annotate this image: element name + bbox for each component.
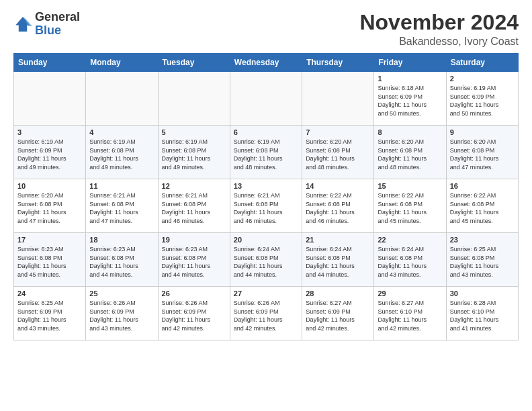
day-info: Sunrise: 6:24 AM Sunset: 6:08 PM Dayligh…: [378, 245, 442, 279]
calendar-cell: 6Sunrise: 6:19 AM Sunset: 6:08 PM Daylig…: [230, 126, 302, 179]
title-block: November 2024 Bakandesso, Ivory Coast: [359, 11, 519, 48]
day-number: 24: [17, 289, 82, 298]
calendar-table: SundayMondayTuesdayWednesdayThursdayFrid…: [13, 53, 519, 340]
calendar-cell: 13Sunrise: 6:21 AM Sunset: 6:08 PM Dayli…: [230, 179, 302, 233]
calendar-cell: 14Sunrise: 6:22 AM Sunset: 6:08 PM Dayli…: [302, 179, 374, 233]
day-info: Sunrise: 6:20 AM Sunset: 6:08 PM Dayligh…: [306, 138, 370, 171]
calendar-cell: 24Sunrise: 6:25 AM Sunset: 6:09 PM Dayli…: [14, 287, 86, 340]
calendar-cell: 27Sunrise: 6:26 AM Sunset: 6:09 PM Dayli…: [230, 287, 302, 340]
header: General Blue November 2024 Bakandesso, I…: [13, 11, 519, 48]
logo-text: General Blue: [35, 11, 80, 38]
day-number: 13: [234, 182, 298, 190]
day-number: 3: [17, 128, 82, 136]
day-number: 18: [89, 236, 154, 244]
day-number: 9: [450, 128, 515, 136]
day-info: Sunrise: 6:25 AM Sunset: 6:09 PM Dayligh…: [17, 299, 82, 332]
day-info: Sunrise: 6:21 AM Sunset: 6:08 PM Dayligh…: [234, 191, 298, 225]
day-number: 27: [234, 289, 298, 298]
day-number: 4: [89, 128, 154, 136]
day-info: Sunrise: 6:20 AM Sunset: 6:08 PM Dayligh…: [378, 138, 442, 171]
day-info: Sunrise: 6:27 AM Sunset: 6:10 PM Dayligh…: [378, 299, 442, 332]
calendar-cell: 15Sunrise: 6:22 AM Sunset: 6:08 PM Dayli…: [374, 179, 446, 233]
calendar-cell: 7Sunrise: 6:20 AM Sunset: 6:08 PM Daylig…: [302, 126, 374, 179]
calendar-cell: 29Sunrise: 6:27 AM Sunset: 6:10 PM Dayli…: [374, 287, 446, 340]
calendar-cell: 21Sunrise: 6:24 AM Sunset: 6:08 PM Dayli…: [302, 233, 374, 287]
day-number: 16: [450, 182, 515, 190]
calendar-cell: 26Sunrise: 6:26 AM Sunset: 6:09 PM Dayli…: [158, 287, 230, 340]
day-info: Sunrise: 6:18 AM Sunset: 6:09 PM Dayligh…: [378, 84, 442, 118]
day-info: Sunrise: 6:21 AM Sunset: 6:08 PM Dayligh…: [162, 191, 226, 225]
day-number: 5: [162, 128, 226, 136]
day-number: 29: [378, 289, 442, 298]
day-info: Sunrise: 6:19 AM Sunset: 6:09 PM Dayligh…: [17, 138, 82, 171]
day-info: Sunrise: 6:23 AM Sunset: 6:08 PM Dayligh…: [162, 245, 226, 279]
calendar-header-row: SundayMondayTuesdayWednesdayThursdayFrid…: [14, 54, 519, 72]
day-number: 23: [450, 236, 515, 244]
calendar-week-row: 10Sunrise: 6:20 AM Sunset: 6:08 PM Dayli…: [14, 179, 519, 233]
day-info: Sunrise: 6:24 AM Sunset: 6:08 PM Dayligh…: [234, 245, 298, 279]
day-number: 25: [89, 289, 154, 298]
calendar-week-row: 17Sunrise: 6:23 AM Sunset: 6:08 PM Dayli…: [14, 233, 519, 287]
calendar-cell: [230, 72, 302, 126]
month-title: November 2024: [359, 11, 519, 34]
day-info: Sunrise: 6:24 AM Sunset: 6:08 PM Dayligh…: [306, 245, 370, 279]
calendar-cell: 28Sunrise: 6:27 AM Sunset: 6:09 PM Dayli…: [302, 287, 374, 340]
calendar-header-tuesday: Tuesday: [158, 54, 230, 72]
day-number: 2: [450, 75, 515, 83]
calendar-cell: 19Sunrise: 6:23 AM Sunset: 6:08 PM Dayli…: [158, 233, 230, 287]
day-info: Sunrise: 6:23 AM Sunset: 6:08 PM Dayligh…: [89, 245, 154, 279]
day-number: 30: [450, 289, 515, 298]
day-number: 22: [378, 236, 442, 244]
day-info: Sunrise: 6:22 AM Sunset: 6:08 PM Dayligh…: [450, 191, 515, 225]
logo-blue: Blue: [35, 24, 61, 37]
location: Bakandesso, Ivory Coast: [359, 36, 519, 48]
day-info: Sunrise: 6:21 AM Sunset: 6:08 PM Dayligh…: [89, 191, 154, 225]
day-info: Sunrise: 6:28 AM Sunset: 6:10 PM Dayligh…: [450, 299, 515, 332]
day-info: Sunrise: 6:26 AM Sunset: 6:09 PM Dayligh…: [89, 299, 154, 332]
calendar-header-sunday: Sunday: [14, 54, 86, 72]
calendar-cell: 5Sunrise: 6:19 AM Sunset: 6:08 PM Daylig…: [158, 126, 230, 179]
day-info: Sunrise: 6:19 AM Sunset: 6:09 PM Dayligh…: [450, 84, 515, 118]
day-number: 11: [89, 182, 154, 190]
calendar-cell: 8Sunrise: 6:20 AM Sunset: 6:08 PM Daylig…: [374, 126, 446, 179]
day-info: Sunrise: 6:19 AM Sunset: 6:08 PM Dayligh…: [162, 138, 226, 171]
day-number: 21: [306, 236, 370, 244]
day-number: 8: [378, 128, 442, 136]
calendar-cell: [302, 72, 374, 126]
day-number: 19: [162, 236, 226, 244]
calendar-cell: 22Sunrise: 6:24 AM Sunset: 6:08 PM Dayli…: [374, 233, 446, 287]
day-info: Sunrise: 6:26 AM Sunset: 6:09 PM Dayligh…: [234, 299, 298, 332]
calendar-header-monday: Monday: [86, 54, 158, 72]
day-info: Sunrise: 6:20 AM Sunset: 6:08 PM Dayligh…: [17, 191, 82, 225]
day-number: 20: [234, 236, 298, 244]
logo-general: General: [35, 10, 80, 24]
day-number: 7: [306, 128, 370, 136]
logo-icon: [13, 15, 32, 34]
logo: General Blue: [13, 11, 80, 38]
calendar-header-friday: Friday: [374, 54, 446, 72]
calendar-cell: [86, 72, 158, 126]
day-number: 17: [17, 236, 82, 244]
calendar-cell: 10Sunrise: 6:20 AM Sunset: 6:08 PM Dayli…: [14, 179, 86, 233]
day-info: Sunrise: 6:19 AM Sunset: 6:08 PM Dayligh…: [234, 138, 298, 171]
calendar-week-row: 3Sunrise: 6:19 AM Sunset: 6:09 PM Daylig…: [14, 126, 519, 179]
calendar-week-row: 1Sunrise: 6:18 AM Sunset: 6:09 PM Daylig…: [14, 72, 519, 126]
day-number: 28: [306, 289, 370, 298]
calendar-cell: 17Sunrise: 6:23 AM Sunset: 6:08 PM Dayli…: [14, 233, 86, 287]
calendar-cell: 2Sunrise: 6:19 AM Sunset: 6:09 PM Daylig…: [446, 72, 518, 126]
day-number: 1: [378, 75, 442, 83]
day-info: Sunrise: 6:22 AM Sunset: 6:08 PM Dayligh…: [378, 191, 442, 225]
calendar-cell: 4Sunrise: 6:19 AM Sunset: 6:08 PM Daylig…: [86, 126, 158, 179]
day-number: 15: [378, 182, 442, 190]
day-info: Sunrise: 6:23 AM Sunset: 6:08 PM Dayligh…: [17, 245, 82, 279]
day-info: Sunrise: 6:19 AM Sunset: 6:08 PM Dayligh…: [89, 138, 154, 171]
day-number: 14: [306, 182, 370, 190]
page: General Blue November 2024 Bakandesso, I…: [0, 0, 532, 411]
day-number: 6: [234, 128, 298, 136]
calendar-cell: 16Sunrise: 6:22 AM Sunset: 6:08 PM Dayli…: [446, 179, 518, 233]
calendar-header-saturday: Saturday: [446, 54, 518, 72]
day-info: Sunrise: 6:26 AM Sunset: 6:09 PM Dayligh…: [162, 299, 226, 332]
calendar-cell: 1Sunrise: 6:18 AM Sunset: 6:09 PM Daylig…: [374, 72, 446, 126]
calendar-cell: 3Sunrise: 6:19 AM Sunset: 6:09 PM Daylig…: [14, 126, 86, 179]
day-number: 12: [162, 182, 226, 190]
